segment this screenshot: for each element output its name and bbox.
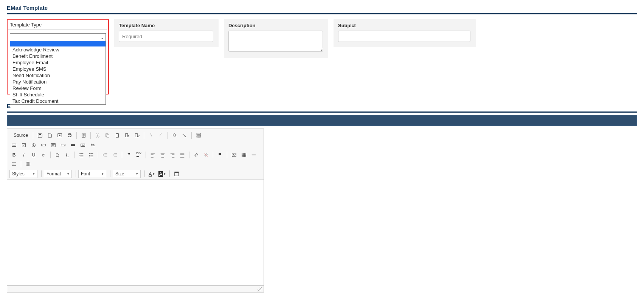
svg-rect-41 (175, 172, 179, 173)
templates-icon[interactable] (79, 131, 88, 139)
svg-rect-28 (71, 144, 75, 146)
text-field-icon[interactable] (39, 141, 48, 149)
editor-content[interactable] (7, 180, 264, 286)
copy-format-icon[interactable] (53, 151, 62, 159)
field-description: Description (224, 19, 328, 58)
format-combo[interactable]: Format▾ (44, 170, 72, 178)
template-type-select-display[interactable]: ⌄ (10, 33, 106, 42)
redo-icon[interactable] (156, 131, 165, 139)
svg-rect-0 (39, 134, 41, 135)
svg-text:a: a (185, 135, 186, 138)
svg-rect-12 (116, 133, 118, 134)
svg-rect-25 (42, 144, 46, 146)
template-name-input[interactable] (119, 31, 213, 42)
undo-icon[interactable] (146, 131, 155, 139)
anchor-flag-icon[interactable] (216, 151, 225, 159)
preview-icon[interactable] (55, 131, 64, 139)
svg-text:b: b (183, 133, 184, 136)
styles-combo[interactable]: Styles▾ (9, 170, 37, 178)
label-template-type: Template Type (8, 21, 107, 29)
template-type-option[interactable]: Review Form (10, 85, 106, 91)
description-input[interactable] (228, 31, 323, 52)
image-icon[interactable] (230, 151, 239, 159)
radio-icon[interactable] (29, 141, 38, 149)
horizontal-line-icon[interactable] (249, 151, 258, 159)
svg-rect-22 (22, 144, 26, 147)
iframe-icon[interactable] (23, 160, 33, 168)
paste-icon[interactable] (113, 131, 122, 139)
toolbar-row-4: Styles▾ Format▾ Font▾ Size▾ A▾ A▾ (9, 169, 261, 179)
svg-point-17 (173, 134, 176, 136)
editor-toolbar: Source T W ba (7, 129, 264, 180)
superscript-button[interactable]: x² (39, 151, 48, 159)
checkbox-icon[interactable] (19, 141, 28, 149)
resize-grip-icon[interactable] (258, 287, 262, 291)
template-type-select[interactable]: ⌄ Acknowledge ReviewBenefit EnrollmentEm… (8, 32, 107, 42)
unlink-icon[interactable] (202, 151, 211, 159)
copy-icon[interactable] (103, 131, 112, 139)
cut-icon[interactable] (93, 131, 102, 139)
select-all-icon[interactable] (194, 131, 203, 139)
template-type-option[interactable]: Benefit Enrollment (10, 53, 106, 59)
template-type-option[interactable]: Employee Email (10, 59, 106, 66)
svg-rect-38 (242, 153, 246, 157)
button-field-icon[interactable] (68, 141, 78, 149)
save-icon[interactable] (36, 131, 45, 139)
section-edit: E Source (7, 101, 637, 305)
page-break-icon[interactable] (9, 160, 19, 168)
svg-text:2: 2 (79, 155, 80, 156)
svg-point-8 (98, 136, 99, 138)
image-button-icon[interactable] (78, 141, 87, 149)
remove-format-icon[interactable]: Ix (63, 151, 72, 159)
svg-point-7 (96, 136, 98, 138)
subject-input[interactable] (338, 31, 470, 42)
indent-icon[interactable] (110, 151, 119, 159)
blockquote-icon[interactable]: ❞ (124, 151, 133, 159)
font-combo[interactable]: Font▾ (78, 170, 106, 178)
paste-text-icon[interactable]: T (123, 131, 132, 139)
label-template-name: Template Name (119, 23, 214, 28)
text-color-button[interactable]: A▾ (147, 170, 156, 178)
template-type-option[interactable]: Shift Schedule (10, 91, 106, 98)
align-justify-icon[interactable] (178, 151, 187, 159)
align-right-icon[interactable] (168, 151, 177, 159)
print-icon[interactable] (65, 131, 74, 139)
svg-point-33 (89, 153, 90, 154)
italic-button[interactable]: I (19, 151, 28, 159)
template-type-dropdown[interactable]: Acknowledge ReviewBenefit EnrollmentEmpl… (10, 41, 106, 105)
link-icon[interactable] (192, 151, 201, 159)
template-type-option[interactable] (10, 41, 106, 46)
source-label: Source (14, 133, 28, 138)
numbered-list-icon[interactable]: 12 (77, 151, 86, 159)
paste-word-icon[interactable]: W (132, 131, 141, 139)
template-type-option[interactable]: Acknowledge Review (10, 46, 106, 53)
section-title-email-template: EMail Template (7, 3, 637, 14)
table-icon[interactable] (239, 151, 248, 159)
maximize-icon[interactable] (172, 170, 181, 178)
align-center-icon[interactable] (158, 151, 167, 159)
textarea-icon[interactable] (49, 141, 58, 149)
div-container-icon[interactable]: DIV◂▸ (134, 151, 143, 159)
new-page-icon[interactable] (45, 131, 54, 139)
bold-button[interactable]: B (9, 151, 19, 159)
field-subject: Subject (334, 19, 476, 47)
template-type-option[interactable]: Tax Credit Document (10, 98, 106, 104)
align-left-icon[interactable] (148, 151, 157, 159)
svg-rect-11 (116, 134, 119, 138)
source-button[interactable]: Source (9, 131, 31, 139)
svg-point-2 (59, 135, 61, 136)
bullet-list-icon[interactable] (87, 151, 96, 159)
hidden-field-icon[interactable] (88, 141, 97, 149)
bg-color-button[interactable]: A▾ (157, 170, 168, 178)
template-type-option[interactable]: Employee SMS (10, 66, 106, 72)
template-type-option[interactable]: Pay Notification (10, 79, 106, 85)
find-icon[interactable] (170, 131, 179, 139)
outdent-icon[interactable] (101, 151, 110, 159)
form-icon[interactable] (9, 141, 19, 149)
svg-point-24 (33, 144, 34, 146)
select-field-icon[interactable] (59, 141, 68, 149)
underline-button[interactable]: U (29, 151, 38, 159)
replace-icon[interactable]: ba (180, 131, 189, 139)
template-type-option[interactable]: Need Notification (10, 72, 106, 79)
size-combo[interactable]: Size▾ (113, 170, 141, 178)
